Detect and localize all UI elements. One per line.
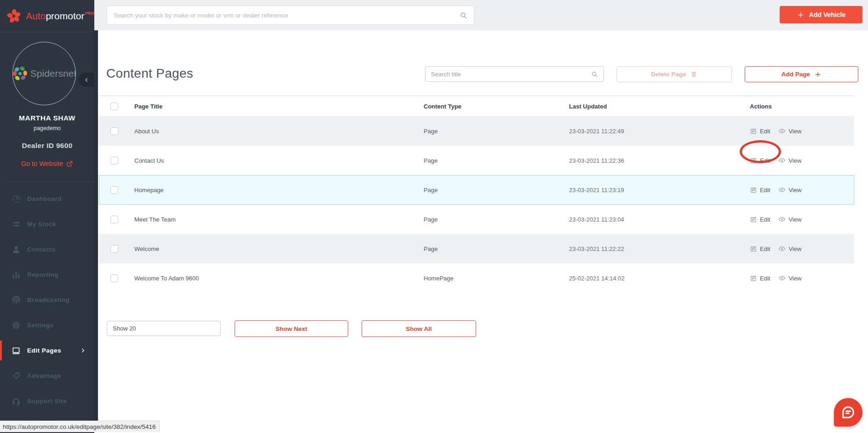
view-action-link[interactable]: View bbox=[778, 186, 801, 194]
cell-content-type: Page bbox=[424, 128, 569, 135]
cell-last-updated: 23-03-2021 11:22:49 bbox=[569, 128, 750, 135]
view-action-link[interactable]: View bbox=[778, 274, 801, 282]
sidebar-collapse-button[interactable] bbox=[79, 73, 94, 87]
edit-action-link[interactable]: Edit bbox=[750, 186, 770, 194]
table-header-row: Page Title Content Type Last Updated Act… bbox=[99, 96, 854, 116]
view-action-link[interactable]: View bbox=[778, 216, 801, 223]
cell-content-type: Page bbox=[424, 216, 569, 223]
column-header-actions: Actions bbox=[750, 103, 854, 110]
row-checkbox[interactable] bbox=[110, 157, 118, 165]
plus-icon bbox=[797, 11, 805, 19]
edit-action-label: Edit bbox=[760, 245, 770, 252]
eye-icon bbox=[778, 245, 786, 252]
page-title: Content Pages bbox=[106, 66, 193, 81]
column-header-last-updated: Last Updated bbox=[569, 103, 750, 110]
sidebar-item-label: Dashboard bbox=[27, 195, 62, 202]
sidebar-item-label: Settings bbox=[27, 322, 53, 329]
sidebar-item-label: Edit Pages bbox=[27, 347, 61, 354]
advantage-icon bbox=[11, 371, 21, 381]
view-action-label: View bbox=[788, 275, 801, 282]
row-checkbox[interactable] bbox=[110, 274, 118, 282]
dealer-id: Dealer ID 9600 bbox=[0, 142, 94, 150]
delete-page-label: Delete Page bbox=[651, 71, 686, 78]
sidebar-item-settings[interactable]: Settings bbox=[0, 313, 94, 338]
cell-last-updated: 23-03-2021 11:23:04 bbox=[569, 216, 750, 223]
go-to-website-link[interactable]: Go to Website bbox=[0, 160, 94, 167]
add-vehicle-button[interactable]: Add Vehicle bbox=[780, 6, 862, 23]
row-actions: EditView bbox=[750, 245, 854, 252]
dashboard-icon bbox=[11, 194, 21, 204]
select-all-checkbox[interactable] bbox=[110, 103, 118, 110]
cell-page-title: Homepage bbox=[134, 187, 424, 194]
row-checkbox[interactable] bbox=[110, 127, 118, 135]
sidebar-item-reporting[interactable]: Reporting bbox=[0, 262, 94, 287]
add-page-button[interactable]: Add Page bbox=[745, 66, 858, 82]
stock-search-input[interactable] bbox=[107, 12, 460, 19]
search-icon bbox=[591, 71, 598, 78]
rotor-flower-icon bbox=[6, 7, 22, 25]
view-action-link[interactable]: View bbox=[778, 245, 801, 252]
row-checkbox[interactable] bbox=[110, 186, 118, 194]
sidebar-item-label: My Stock bbox=[27, 221, 56, 228]
cell-content-type: Page bbox=[424, 157, 569, 164]
title-search-input[interactable] bbox=[425, 71, 591, 78]
logo-wordmark: AutopromotorPRO bbox=[26, 11, 94, 22]
status-url-tooltip: https://autopromotor.co.uk/editpage/site… bbox=[0, 421, 160, 432]
main-content: Content Pages Delete Page Add Page Page … bbox=[98, 30, 868, 433]
reporting-icon bbox=[11, 270, 21, 279]
app-logo[interactable]: AutopromotorPRO bbox=[0, 0, 94, 32]
page-size-value: Show 20 bbox=[107, 325, 208, 332]
chat-widget-button[interactable] bbox=[834, 398, 862, 427]
edit-icon bbox=[750, 127, 757, 135]
show-all-button[interactable]: Show All bbox=[362, 320, 476, 337]
sidebar-divider bbox=[0, 32, 94, 32]
sidebar-item-my-stock[interactable]: My Stock bbox=[0, 211, 94, 237]
stock-search bbox=[107, 6, 474, 25]
table-row: Contact UsPage23-03-2021 11:22:36EditVie… bbox=[99, 146, 854, 175]
edit-icon bbox=[750, 186, 757, 194]
delete-page-button[interactable]: Delete Page bbox=[616, 66, 732, 82]
search-icon bbox=[460, 11, 467, 19]
view-action-label: View bbox=[788, 157, 801, 164]
table-row: HomepagePage23-03-2021 11:23:19EditView bbox=[99, 175, 854, 205]
user-account: pagedemo bbox=[0, 125, 94, 131]
cell-last-updated: 23-03-2021 11:22:22 bbox=[569, 245, 750, 252]
my-stock-icon bbox=[11, 220, 21, 229]
external-link-icon bbox=[66, 160, 73, 167]
row-checkbox[interactable] bbox=[110, 245, 118, 253]
row-checkbox[interactable] bbox=[110, 216, 118, 223]
table-row: About UsPage23-03-2021 11:22:49EditView bbox=[99, 116, 854, 146]
show-next-button[interactable]: Show Next bbox=[235, 320, 348, 337]
view-action-link[interactable]: View bbox=[778, 127, 801, 135]
column-header-page-title: Page Title bbox=[134, 103, 424, 110]
edit-action-link[interactable]: Edit bbox=[750, 127, 770, 135]
broadcasting-icon bbox=[11, 296, 21, 305]
sidebar-item-broadcasting[interactable]: Broadcasting bbox=[0, 287, 94, 313]
sidebar-item-dashboard[interactable]: Dashboard bbox=[0, 186, 94, 211]
edit-action-link[interactable]: Edit bbox=[750, 274, 770, 282]
topbar: Add Vehicle bbox=[94, 0, 868, 30]
avatar: Spidersnet bbox=[12, 42, 76, 105]
view-action-link[interactable]: View bbox=[778, 157, 801, 164]
cell-page-title: Contact Us bbox=[134, 157, 424, 164]
sidebar-item-edit-pages[interactable]: Edit Pages bbox=[0, 338, 94, 363]
edit-action-link[interactable]: Edit bbox=[750, 245, 770, 252]
sidebar-item-advantage[interactable]: Advantage bbox=[0, 363, 94, 388]
view-action-label: View bbox=[788, 245, 801, 252]
edit-action-link[interactable]: Edit bbox=[750, 216, 770, 223]
cell-last-updated: 23-03-2021 11:23:19 bbox=[569, 187, 750, 194]
status-url: https://autopromotor.co.uk/editpage/site… bbox=[3, 423, 155, 430]
view-action-label: View bbox=[788, 216, 801, 223]
sidebar-item-label: Support Site bbox=[27, 398, 67, 405]
page-size-select[interactable]: Show 20 bbox=[107, 321, 221, 336]
eye-icon bbox=[778, 186, 786, 194]
row-actions: EditView bbox=[750, 127, 854, 135]
vertical-scrollbar[interactable] bbox=[94, 30, 98, 421]
trash-icon bbox=[690, 71, 697, 78]
sidebar-item-label: Advantage bbox=[27, 372, 61, 379]
edit-action-link[interactable]: Edit bbox=[750, 157, 770, 164]
support-icon bbox=[11, 397, 21, 406]
cell-page-title: Welcome To Adam 9600 bbox=[134, 275, 424, 282]
sidebar-item-contacts[interactable]: Contacts bbox=[0, 237, 94, 262]
sidebar-item-support-site[interactable]: Support Site bbox=[0, 388, 94, 414]
